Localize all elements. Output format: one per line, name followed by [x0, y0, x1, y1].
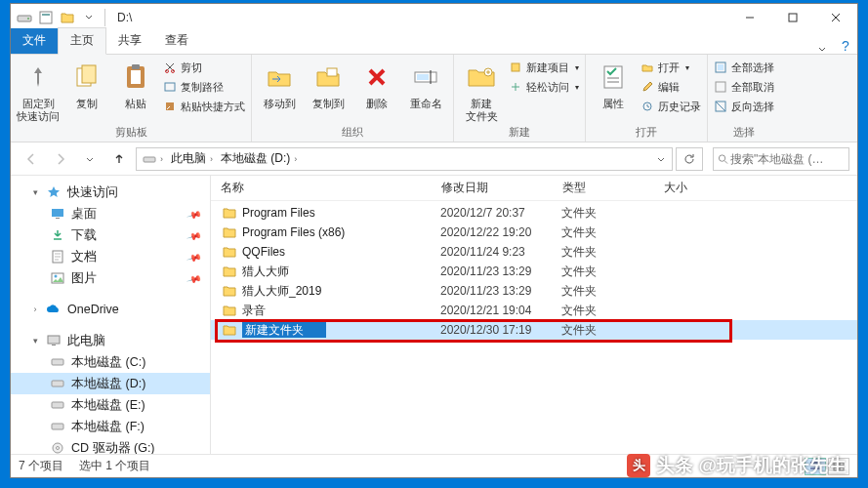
file-type: 文件夹: [561, 322, 663, 339]
svg-rect-36: [52, 359, 63, 365]
easyaccess-button[interactable]: 轻松访问▾: [509, 78, 579, 96]
qat-props-icon[interactable]: [36, 8, 56, 27]
pin-icon: 📌: [186, 270, 202, 286]
nav-thispc[interactable]: ▾此电脑: [11, 330, 210, 351]
svg-rect-2: [40, 12, 52, 23]
table-row[interactable]: QQFiles2020/11/24 9:23文件夹: [211, 242, 857, 262]
search-input[interactable]: [728, 151, 845, 167]
col-name[interactable]: 名称: [211, 180, 432, 196]
tab-share[interactable]: 共享: [106, 28, 153, 54]
desktop-icon: [50, 206, 65, 222]
search-box[interactable]: [713, 147, 849, 171]
qat-dropdown-icon[interactable]: [79, 8, 99, 27]
file-type: 文件夹: [561, 244, 663, 261]
file-type: 文件夹: [561, 283, 663, 300]
file-date: 2020/12/21 19:04: [440, 304, 561, 317]
svg-rect-18: [512, 63, 519, 71]
watermark: 头 头条 @玩手机的张先生: [627, 453, 847, 478]
addr-dropdown-icon[interactable]: [652, 154, 670, 164]
nav-drive-d[interactable]: 本地磁盘 (D:): [11, 373, 210, 394]
svg-rect-25: [716, 82, 725, 92]
nav-up-button[interactable]: [106, 146, 132, 172]
nav-forward-button[interactable]: [48, 146, 73, 172]
titlebar: D:\: [11, 4, 857, 31]
invert-button[interactable]: 反向选择: [714, 98, 774, 115]
svg-rect-29: [52, 209, 63, 217]
table-row[interactable]: 猎人大师2020/11/23 13:29文件夹: [211, 262, 857, 281]
table-row[interactable]: 猎人大师_20192020/11/23 13:29文件夹: [211, 281, 857, 301]
selectall-button[interactable]: 全部选择: [714, 59, 774, 76]
qat-newfolder-icon[interactable]: [58, 8, 77, 27]
cut-button[interactable]: 剪切: [163, 59, 245, 76]
pin-quickaccess-button[interactable]: 固定到 快速访问: [17, 59, 60, 122]
nav-recent-dropdown[interactable]: [77, 146, 103, 172]
col-size[interactable]: 大小: [654, 180, 732, 196]
nav-pictures[interactable]: 图片📌: [11, 267, 210, 289]
nav-quickaccess[interactable]: ▾快速访问: [11, 182, 210, 203]
properties-button[interactable]: 属性: [592, 59, 635, 110]
edit-button[interactable]: 编辑: [641, 78, 701, 96]
open-icon: [641, 61, 654, 74]
minimize-button[interactable]: [728, 4, 771, 31]
file-date: 2020/12/30 17:19: [440, 323, 561, 337]
history-button[interactable]: 历史记录: [641, 98, 701, 115]
ribbon-tabs: 文件 主页 共享 查看 ?: [11, 31, 857, 55]
file-type: 文件夹: [561, 264, 663, 280]
col-type[interactable]: 类型: [553, 180, 654, 196]
paste-button[interactable]: 粘贴: [114, 59, 157, 110]
nav-downloads[interactable]: 下载📌: [11, 224, 210, 246]
open-button[interactable]: 打开▾: [641, 59, 701, 76]
nav-documents[interactable]: 文档📌: [11, 246, 210, 267]
nav-desktop[interactable]: 桌面📌: [11, 203, 210, 224]
crumb-thispc[interactable]: 此电脑›: [167, 150, 217, 167]
ribbon-group-new: 新建 文件夹 新建项目▾ 轻松访问▾ 新建: [454, 55, 586, 142]
tab-file[interactable]: 文件: [11, 28, 58, 54]
svg-rect-30: [56, 218, 60, 219]
svg-rect-24: [718, 64, 723, 70]
table-row[interactable]: 录音2020/12/21 19:04文件夹: [211, 301, 857, 320]
ribbon-group-select: 全部选择 全部取消 反向选择 选择: [708, 55, 780, 142]
column-headers: 名称 修改日期 类型 大小: [211, 176, 857, 201]
copypath-button[interactable]: 复制路径: [163, 78, 245, 96]
ribbon-collapse-icon[interactable]: [810, 44, 834, 54]
table-row[interactable]: 2020/12/30 17:19文件夹: [211, 320, 857, 340]
close-button[interactable]: [814, 4, 857, 31]
shortcut-icon: [163, 100, 177, 113]
onedrive-icon: [46, 302, 62, 317]
folder-icon: [221, 243, 238, 261]
pasteshortcut-button[interactable]: 粘贴快捷方式: [163, 98, 245, 115]
svg-rect-3: [42, 14, 50, 16]
nav-drive-g[interactable]: CD 驱动器 (G:): [11, 437, 210, 454]
tab-view[interactable]: 查看: [153, 28, 200, 54]
nav-drive-f[interactable]: 本地磁盘 (F:): [11, 416, 210, 437]
delete-button[interactable]: 删除: [355, 59, 398, 110]
edit-icon: [641, 80, 654, 94]
pin-icon: 📌: [186, 227, 202, 243]
tab-home[interactable]: 主页: [58, 27, 106, 55]
col-date[interactable]: 修改日期: [432, 180, 553, 196]
nav-back-button[interactable]: [19, 146, 44, 172]
refresh-button[interactable]: [676, 147, 703, 171]
svg-point-11: [172, 70, 175, 73]
maximize-button[interactable]: [771, 4, 814, 31]
file-name: Program Files (x86): [242, 225, 440, 239]
nav-drive-e[interactable]: 本地磁盘 (E:): [11, 394, 210, 416]
breadcrumb[interactable]: › 此电脑› 本地磁盘 (D:)›: [136, 147, 673, 171]
rename-button[interactable]: 重命名: [404, 59, 447, 110]
pictures-icon: [50, 270, 65, 286]
crumb-drive[interactable]: 本地磁盘 (D:)›: [217, 150, 301, 167]
svg-rect-16: [417, 74, 429, 80]
selectnone-button[interactable]: 全部取消: [714, 78, 774, 96]
selectall-icon: [714, 61, 727, 74]
table-row[interactable]: Program Files (x86)2020/12/22 19:20文件夹: [211, 223, 857, 242]
nav-onedrive[interactable]: ›OneDrive: [11, 299, 210, 320]
moveto-button[interactable]: 移动到: [258, 59, 301, 110]
copyto-button[interactable]: 复制到: [307, 59, 350, 110]
newitem-button[interactable]: 新建项目▾: [509, 59, 579, 76]
help-icon[interactable]: ?: [834, 38, 857, 54]
rename-input[interactable]: [242, 322, 326, 338]
copy-button[interactable]: 复制: [65, 59, 108, 110]
table-row[interactable]: Program Files2020/12/7 20:37文件夹: [211, 203, 857, 223]
nav-drive-c[interactable]: 本地磁盘 (C:): [11, 351, 210, 373]
newfolder-button[interactable]: 新建 文件夹: [460, 59, 503, 122]
